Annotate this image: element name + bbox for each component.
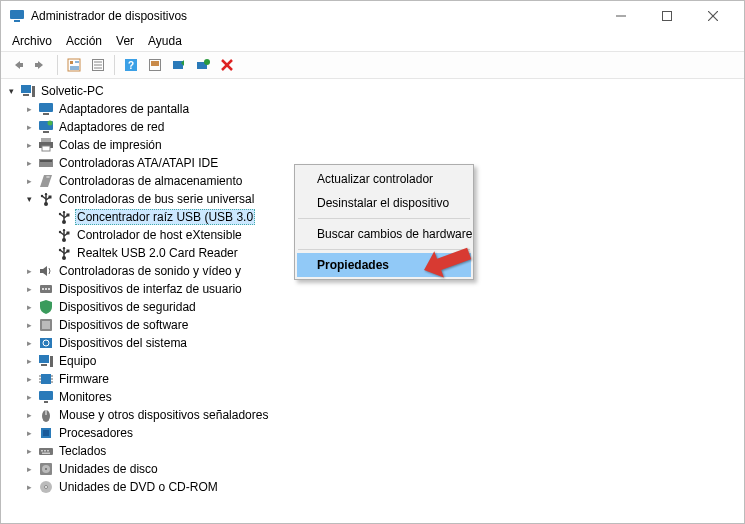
node-label: Controlador de host eXtensible (75, 228, 244, 242)
chevron-right-icon[interactable]: ▸ (23, 445, 36, 458)
mon-icon (38, 389, 54, 405)
forward-button[interactable] (29, 53, 53, 77)
svg-point-37 (46, 176, 50, 178)
svg-point-93 (45, 468, 47, 470)
chevron-right-icon[interactable]: ▸ (23, 139, 36, 152)
tree-category-node[interactable]: ▸ Adaptadores de red (23, 118, 740, 136)
svg-rect-81 (44, 401, 48, 403)
svg-rect-55 (67, 232, 70, 235)
svg-text:?: ? (128, 60, 134, 71)
chevron-down-icon[interactable]: ▾ (5, 85, 18, 98)
context-menu-item[interactable]: Buscar cambios de hardware (297, 222, 471, 246)
chevron-right-icon[interactable]: ▸ (23, 175, 36, 188)
tree-category-node[interactable]: ▸ Monitores (23, 388, 740, 406)
tree-category-node[interactable]: ▸ Unidades de DVD o CD-ROM (23, 478, 740, 496)
tree-category-node[interactable]: ▸ Dispositivos de interfaz de usuario (23, 280, 740, 298)
chevron-right-icon[interactable]: ▸ (23, 427, 36, 440)
svg-point-31 (48, 121, 53, 126)
context-menu-item[interactable]: Desinstalar el dispositivo (297, 191, 471, 215)
update-driver-button[interactable] (167, 53, 191, 77)
node-label: Controladoras de sonido y vídeo y (57, 264, 243, 278)
svg-rect-26 (23, 94, 29, 96)
menu-action[interactable]: Acción (59, 32, 109, 50)
tree-category-node[interactable]: ▸ Unidades de disco (23, 460, 740, 478)
proc-icon (38, 425, 54, 441)
tree-category-node[interactable]: ▸ Firmware (23, 370, 740, 388)
scan-button[interactable] (143, 53, 167, 77)
svg-rect-34 (42, 146, 50, 151)
svg-point-65 (48, 288, 50, 290)
sound-icon (38, 263, 54, 279)
titlebar: Administrador de dispositivos (1, 1, 744, 31)
node-label: Procesadores (57, 426, 135, 440)
svg-rect-85 (43, 430, 49, 436)
svg-rect-30 (43, 131, 49, 133)
menu-file[interactable]: Archivo (5, 32, 59, 50)
maximize-button[interactable] (644, 1, 690, 31)
chevron-right-icon[interactable]: ▸ (23, 373, 36, 386)
chevron-right-icon[interactable]: ▸ (23, 463, 36, 476)
svg-rect-72 (41, 364, 47, 366)
tree-category-node[interactable]: ▸ Adaptadores de pantalla (23, 100, 740, 118)
svg-rect-61 (67, 250, 70, 253)
menu-help[interactable]: Ayuda (141, 32, 189, 50)
node-label: Dispositivos de software (57, 318, 190, 332)
chevron-down-icon[interactable]: ▾ (23, 193, 36, 206)
annotation-arrow-icon (421, 244, 471, 282)
chevron-right-icon[interactable]: ▸ (23, 121, 36, 134)
usb-icon (56, 227, 72, 243)
chevron-right-icon[interactable]: ▸ (23, 283, 36, 296)
svg-rect-49 (67, 214, 70, 217)
close-button[interactable] (690, 1, 736, 31)
context-menu-item[interactable]: Actualizar controlador (297, 167, 471, 191)
device-tree[interactable]: ▾ Solvetic-PC ▸ Adaptadores de pantalla … (1, 80, 744, 523)
tree-category-node[interactable]: ▸ Colas de impresión (23, 136, 740, 154)
toolbar: ? (1, 51, 744, 79)
svg-rect-73 (41, 374, 51, 384)
node-label: Concentrador raíz USB (USB 3.0 (75, 209, 255, 225)
chevron-right-icon[interactable]: ▸ (23, 409, 36, 422)
ide-icon (38, 155, 54, 171)
delete-button[interactable] (215, 53, 239, 77)
tree-category-node[interactable]: ▸ Equipo (23, 352, 740, 370)
node-label: Unidades de disco (57, 462, 160, 476)
uninstall-button[interactable] (191, 53, 215, 77)
chevron-right-icon[interactable]: ▸ (23, 301, 36, 314)
chevron-right-icon[interactable]: ▸ (23, 157, 36, 170)
help-button[interactable]: ? (119, 53, 143, 77)
chevron-right-icon[interactable]: ▸ (23, 355, 36, 368)
tree-category-node[interactable]: ▸ Dispositivos del sistema (23, 334, 740, 352)
node-label: Firmware (57, 372, 111, 386)
node-label: Adaptadores de pantalla (57, 102, 191, 116)
menu-view[interactable]: Ver (109, 32, 141, 50)
tree-category-node[interactable]: ▸ Dispositivos de seguridad (23, 298, 740, 316)
toolbar-separator (57, 55, 58, 75)
dvd-icon (38, 479, 54, 495)
storage-icon (38, 173, 54, 189)
tree-category-node[interactable]: ▸ Dispositivos de software (23, 316, 740, 334)
properties-button[interactable] (86, 53, 110, 77)
chevron-right-icon[interactable]: ▸ (23, 103, 36, 116)
tree-category-node[interactable]: ▸ Procesadores (23, 424, 740, 442)
node-label: Monitores (57, 390, 114, 404)
disk-icon (38, 461, 54, 477)
tree-root-node[interactable]: ▾ Solvetic-PC (5, 82, 740, 100)
node-label: Dispositivos de interfaz de usuario (57, 282, 244, 296)
chevron-right-icon[interactable]: ▸ (23, 481, 36, 494)
node-label: Unidades de DVD o CD-ROM (57, 480, 220, 494)
chevron-right-icon[interactable]: ▸ (23, 265, 36, 278)
printer-icon (38, 137, 54, 153)
show-hide-tree-button[interactable] (62, 53, 86, 77)
svg-point-54 (59, 231, 61, 233)
chevron-right-icon[interactable]: ▸ (23, 319, 36, 332)
window-title: Administrador de dispositivos (31, 9, 598, 23)
svg-rect-36 (40, 160, 52, 162)
chevron-right-icon[interactable]: ▸ (23, 391, 36, 404)
back-button[interactable] (5, 53, 29, 77)
menubar: Archivo Acción Ver Ayuda (1, 31, 744, 51)
tree-category-node[interactable]: ▸ Mouse y otros dispositivos señaladores (23, 406, 740, 424)
chevron-right-icon[interactable]: ▸ (23, 337, 36, 350)
minimize-button[interactable] (598, 1, 644, 31)
tree-category-node[interactable]: ▸ Teclados (23, 442, 740, 460)
node-label: Controladoras de bus serie universal (57, 192, 256, 206)
